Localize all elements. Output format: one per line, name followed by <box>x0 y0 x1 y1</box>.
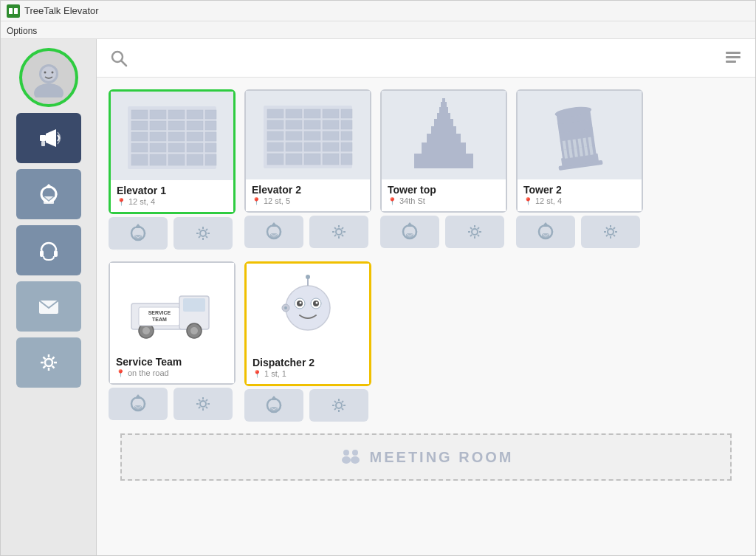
svg-text:SERVICE: SERVICE <box>148 310 171 315</box>
svg-point-182 <box>316 302 318 304</box>
svg-point-186 <box>306 275 310 279</box>
svg-line-194 <box>334 401 336 402</box>
elevator1-refresh-btn[interactable] <box>109 217 168 250</box>
card-elevator1-location: 📍 12 st, 4 <box>117 197 227 206</box>
svg-rect-72 <box>267 120 284 129</box>
svg-point-200 <box>352 450 358 456</box>
pin-icon3: 📍 <box>388 197 396 205</box>
card-towertop[interactable]: Tower top 📍 34th St <box>380 89 507 213</box>
svg-line-121 <box>478 235 479 236</box>
card-tower2-name: Tower 2 <box>523 184 636 196</box>
pin-icon5: 📍 <box>116 369 125 377</box>
sidebar-refresh-btn[interactable] <box>16 169 81 219</box>
elevator1-settings-btn[interactable] <box>173 217 233 250</box>
meeting-room-label: MEETING ROOM <box>370 449 514 466</box>
card-grid-row1: Elevator 1 📍 12 st, 4 <box>109 89 743 253</box>
sidebar-settings-btn[interactable] <box>16 337 81 388</box>
svg-rect-77 <box>267 131 284 140</box>
svg-rect-30 <box>131 110 148 119</box>
svg-line-22 <box>52 357 54 360</box>
svg-rect-70 <box>323 109 339 118</box>
svg-rect-51 <box>150 154 166 165</box>
svg-point-94 <box>336 229 342 235</box>
dispatcher2-refresh-btn[interactable] <box>244 389 303 422</box>
card-serviceteam-actions <box>109 388 236 423</box>
svg-point-7 <box>51 72 53 74</box>
svg-line-64 <box>206 229 207 230</box>
card-elevator1-actions <box>109 217 236 253</box>
svg-rect-46 <box>150 143 166 152</box>
svg-line-122 <box>478 227 479 229</box>
svg-rect-85 <box>323 143 339 151</box>
svg-rect-48 <box>187 143 203 152</box>
svg-line-63 <box>206 236 207 238</box>
card-elevator2-name: Elevator 2 <box>252 184 364 196</box>
card-grid-area: Elevator 1 📍 12 st, 4 <box>97 78 755 556</box>
card-dispatcher2[interactable]: Dispatcher 2 📍 1 st, 1 <box>244 261 371 386</box>
tower2-refresh-btn[interactable] <box>516 216 575 248</box>
card-serviceteam[interactable]: SERVICE TEAM Service Team 📍 on the road <box>109 261 236 385</box>
towertop-refresh-btn[interactable] <box>380 216 439 248</box>
content-area: Elevator 1 📍 12 st, 4 <box>97 39 755 556</box>
svg-point-146 <box>608 229 614 235</box>
svg-line-62 <box>199 229 200 230</box>
svg-rect-78 <box>286 131 302 140</box>
options-menu[interactable]: Options <box>7 26 37 36</box>
svg-rect-89 <box>304 154 320 165</box>
svg-rect-31 <box>150 110 166 119</box>
svg-line-65 <box>199 236 200 238</box>
elevator2-settings-btn[interactable] <box>309 216 368 248</box>
card-tower2-actions <box>516 216 643 251</box>
elevator2-refresh-btn[interactable] <box>244 216 303 248</box>
svg-rect-34 <box>205 110 216 119</box>
search-button[interactable] <box>106 45 132 72</box>
svg-rect-12 <box>40 250 44 257</box>
svg-rect-1 <box>9 8 13 14</box>
svg-rect-42 <box>168 132 185 141</box>
serviceteam-settings-btn[interactable] <box>173 388 233 420</box>
meeting-room-bar[interactable]: MEETING ROOM <box>120 433 732 481</box>
card-elevator2[interactable]: Elevator 2 📍 12 st, 5 <box>244 89 371 213</box>
svg-rect-83 <box>286 143 302 151</box>
svg-line-153 <box>614 227 615 229</box>
sidebar-mail-btn[interactable] <box>16 281 81 332</box>
svg-rect-84 <box>304 143 320 151</box>
sidebar-headset-btn[interactable] <box>16 225 81 275</box>
svg-rect-33 <box>187 110 203 119</box>
svg-marker-55 <box>134 224 142 228</box>
card-elevator2-info: Elevator 2 📍 12 st, 5 <box>246 179 370 211</box>
svg-rect-76 <box>341 120 352 129</box>
svg-line-101 <box>342 227 343 229</box>
card-dispatcher2-location: 📍 1 st, 1 <box>252 369 363 378</box>
towertop-settings-btn[interactable] <box>445 216 504 248</box>
app-title: TreeTalk Elevator <box>24 5 99 16</box>
card-grid-row2: SERVICE TEAM Service Team 📍 on the road <box>109 261 743 425</box>
svg-line-120 <box>470 227 472 229</box>
svg-rect-67 <box>267 109 284 118</box>
tower2-settings-btn[interactable] <box>581 216 640 248</box>
svg-rect-36 <box>150 121 166 130</box>
card-towertop-info: Tower top 📍 34th St <box>382 179 506 211</box>
user-avatar[interactable] <box>19 48 78 107</box>
card-dispatcher2-info: Dispatcher 2 📍 1 st, 1 <box>247 352 369 384</box>
card-towertop-actions <box>380 216 507 251</box>
serviceteam-refresh-btn[interactable] <box>109 388 168 420</box>
svg-rect-52 <box>168 154 185 165</box>
svg-point-181 <box>300 302 302 304</box>
card-dispatcher2-actions <box>244 389 371 425</box>
svg-rect-90 <box>323 154 339 165</box>
svg-marker-165 <box>134 394 142 399</box>
svg-line-196 <box>342 401 343 402</box>
svg-marker-144 <box>542 222 549 227</box>
list-view-button[interactable] <box>720 45 746 72</box>
card-elevator2-actions <box>244 216 371 251</box>
card-elevator1[interactable]: Elevator 1 📍 12 st, 4 <box>109 89 236 214</box>
svg-rect-50 <box>131 154 148 165</box>
svg-marker-10 <box>44 184 53 188</box>
sidebar-broadcast-btn[interactable] <box>16 113 81 163</box>
card-towertop-location: 📍 34th St <box>388 196 500 205</box>
dispatcher2-settings-btn[interactable] <box>309 389 368 422</box>
pin-icon6: 📍 <box>252 370 261 378</box>
card-tower2[interactable]: Tower 2 📍 12 st, 4 <box>516 89 643 213</box>
svg-rect-38 <box>187 121 203 130</box>
